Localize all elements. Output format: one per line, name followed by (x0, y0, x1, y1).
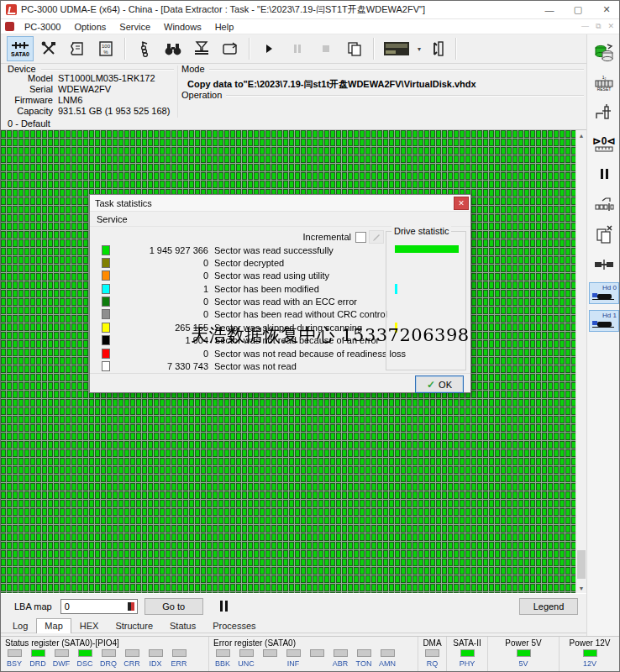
drive-statistic-mark (395, 284, 397, 294)
scrollbar-thumb[interactable] (577, 550, 586, 579)
stat-row: 1 945 927 366Sector was read successfull… (102, 244, 384, 256)
menu-item-service[interactable]: Service (113, 20, 157, 34)
stop-button[interactable] (313, 36, 339, 61)
exit-task-button[interactable] (423, 36, 450, 61)
led-label: PHY (460, 659, 476, 668)
status-section-title: Power 12V (560, 638, 620, 648)
start-button[interactable] (255, 36, 282, 61)
stat-row: 0Sector was read with an ECC error (102, 296, 384, 308)
lba-input-value[interactable]: 0 (65, 601, 128, 612)
pause-task-button[interactable] (590, 162, 618, 186)
mdi-minimize-button[interactable]: — (581, 22, 589, 31)
dialog-menu-bar: Service (90, 212, 470, 227)
close-button[interactable]: ✕ (592, 1, 620, 18)
led-label: TON (356, 659, 372, 668)
led-label: DWF (53, 659, 71, 668)
led-label: RQ (427, 659, 439, 668)
tab-log[interactable]: Log (4, 618, 36, 633)
hd0-button[interactable]: Hd 0 (589, 282, 619, 304)
lba-bar: LBA map 0 Go to Legend (1, 593, 586, 618)
led-label: DSC (76, 659, 92, 668)
maximize-button[interactable]: ▢ (564, 1, 592, 18)
panel-divider (177, 66, 178, 118)
search-button[interactable] (160, 36, 187, 61)
map-scrollbar[interactable]: ▲ ▼ (575, 130, 586, 594)
stat-label: Sector was read using utility (214, 270, 329, 281)
status-section-3: SATA-IIPHY (447, 637, 488, 672)
led-indicator (381, 649, 395, 657)
tab-hex[interactable]: HEX (71, 618, 108, 633)
task-statistics-dialog: Task statistics ✕ Service Incremental 1 … (89, 194, 471, 393)
utilities-button[interactable] (35, 36, 62, 61)
stat-color-chip (102, 284, 110, 294)
menu-item-pc-3000[interactable]: PC-3000 (18, 20, 67, 34)
mdi-restore-button[interactable]: ⧉ (596, 22, 601, 31)
bottom-tabs: LogMapHEXStructureStatusProcesses (1, 618, 586, 633)
dialog-close-icon[interactable]: ✕ (454, 197, 469, 210)
stat-color-chip (102, 297, 110, 307)
goto-button[interactable]: Go to (144, 598, 203, 615)
dialog-title-bar[interactable]: Task statistics ✕ (90, 195, 470, 212)
task-progress-button[interactable]: 100 % (92, 36, 119, 61)
view-mode-button[interactable] (380, 36, 415, 61)
incremental-checkbox[interactable] (355, 232, 366, 243)
copy-sector-button[interactable] (341, 36, 368, 61)
edit-pencil-button[interactable] (369, 230, 384, 244)
tab-status[interactable]: Status (161, 618, 204, 633)
led-label: AMN (379, 659, 396, 668)
menu-item-options[interactable]: Options (67, 20, 113, 34)
led-err: ERR (167, 649, 191, 668)
sata0-port-button[interactable]: SATA0 (7, 36, 34, 61)
close-copy-button[interactable] (590, 223, 618, 246)
status-section-5: Power 12V12V (560, 637, 620, 672)
led-crr: CRR (120, 649, 144, 668)
tab-map[interactable]: Map (36, 618, 71, 633)
menu-item-help[interactable]: Help (208, 20, 241, 34)
led-indicator (78, 649, 92, 657)
led-indicator (310, 649, 324, 657)
connector-button[interactable] (590, 253, 618, 276)
lba-input[interactable]: 0 (60, 599, 138, 614)
minimize-button[interactable]: — (535, 1, 564, 18)
lba-flag-icon[interactable] (128, 602, 135, 611)
pause-button[interactable] (284, 36, 311, 61)
stat-value: 0 (110, 258, 208, 268)
svg-text:100: 100 (102, 44, 111, 49)
led-indicator (102, 649, 116, 657)
side-toolbar: 1₂ RESET ⊳0⊲ (586, 34, 620, 636)
window-title: PC-3000 UDMA-E (x64) - China - [Data Ext… (21, 3, 535, 16)
hd1-button[interactable]: Hd 1 (589, 310, 619, 332)
led-label: 5V (518, 659, 528, 668)
led-indicator (125, 649, 139, 657)
scroll-up-icon[interactable]: ▲ (576, 130, 586, 141)
led-indicator (55, 649, 69, 657)
data-storage-button[interactable] (217, 36, 244, 61)
heads-test-button[interactable] (131, 36, 158, 61)
title-bar: PC-3000 UDMA-E (x64) - China - [Data Ext… (1, 1, 620, 19)
tab-structure[interactable]: Structure (107, 618, 161, 633)
sata-bus-icon (11, 40, 29, 50)
stat-value: 1 945 927 366 (110, 245, 208, 255)
led-label: UNC (238, 659, 255, 668)
filter-button[interactable] (188, 36, 215, 61)
head-map-button[interactable]: ⊳0⊲ (590, 132, 618, 155)
led-label: DRQ (100, 659, 117, 668)
mdi-close-button[interactable]: ✕ (607, 22, 614, 31)
drive-glyph-icon (592, 321, 614, 328)
tab-processes[interactable]: Processes (204, 618, 264, 633)
device-field-label: Firmware (4, 95, 53, 105)
ok-button[interactable]: ✓ OK (415, 375, 464, 393)
reset-button[interactable]: 1₂ RESET (590, 71, 618, 95)
menu-item-windows[interactable]: Windows (157, 20, 208, 34)
adapter-jig-button[interactable] (590, 102, 618, 125)
script-icon (69, 40, 86, 57)
stat-color-chip (102, 270, 110, 281)
group-line (226, 95, 584, 97)
drive-database-button[interactable] (590, 41, 618, 65)
log-script-button[interactable] (64, 36, 91, 61)
dialog-menu-service[interactable]: Service (90, 213, 134, 225)
head-select-button[interactable] (590, 192, 618, 216)
stat-value: 0 (110, 309, 208, 319)
view-mode-dropdown[interactable]: ▾ (418, 45, 421, 53)
legend-button[interactable]: Legend (519, 598, 578, 615)
